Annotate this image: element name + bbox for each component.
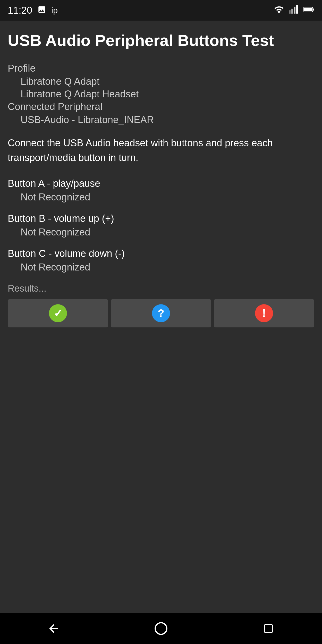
page-title: USB Audio Peripheral Buttons Test [8, 31, 314, 50]
button-c-status: Not Recognized [21, 262, 314, 273]
results-label: Results... [8, 283, 314, 294]
status-bar-right [274, 5, 314, 16]
back-button[interactable] [43, 618, 64, 639]
ip-label: ip [51, 6, 58, 15]
fail-button[interactable]: ! [214, 299, 314, 327]
info-button[interactable]: ? [111, 299, 211, 327]
checkmark-circle-icon: ✓ [49, 304, 67, 322]
button-b-label: Button B - volume up (+) [8, 213, 314, 224]
battery-icon [303, 6, 314, 15]
pass-button[interactable]: ✓ [8, 299, 108, 327]
main-content: USB Audio Peripheral Buttons Test Profil… [0, 21, 322, 613]
status-bar-left: 11:20 ip [8, 5, 58, 16]
signal-icon [289, 5, 298, 16]
button-c-label: Button C - volume down (-) [8, 248, 314, 259]
svg-point-7 [155, 623, 167, 634]
button-a-section: Button A - play/pause Not Recognized [8, 178, 314, 203]
nav-bar [0, 613, 322, 644]
exclamation-circle-icon: ! [255, 304, 273, 322]
button-b-section: Button B - volume up (+) Not Recognized [8, 213, 314, 238]
svg-rect-3 [296, 5, 298, 13]
profile-section: Profile Libratone Q Adapt Libratone Q Ad… [8, 63, 314, 125]
button-b-status: Not Recognized [21, 227, 314, 238]
connected-peripheral-value: USB-Audio - Libratone_INEAR [21, 114, 314, 125]
svg-rect-0 [289, 10, 291, 14]
profile-value-1: Libratone Q Adapt [21, 76, 314, 87]
image-icon [37, 5, 46, 16]
svg-rect-6 [303, 8, 312, 11]
wifi-icon [274, 5, 284, 16]
action-buttons-container: ✓ ? ! [8, 299, 314, 327]
svg-rect-5 [313, 9, 314, 11]
profile-label: Profile [8, 63, 314, 74]
question-symbol: ? [158, 307, 164, 319]
status-time: 11:20 [8, 5, 32, 16]
button-c-section: Button C - volume down (-) Not Recognize… [8, 248, 314, 273]
status-bar: 11:20 ip [0, 0, 322, 21]
button-a-status: Not Recognized [21, 192, 314, 203]
svg-rect-2 [294, 6, 295, 13]
profile-value-2: Libratone Q Adapt Headset [21, 89, 314, 100]
svg-rect-8 [264, 625, 272, 633]
question-circle-icon: ? [152, 304, 170, 322]
connected-peripheral-label: Connected Peripheral [8, 101, 314, 112]
home-button[interactable] [151, 618, 171, 639]
button-a-label: Button A - play/pause [8, 178, 314, 189]
checkmark-symbol: ✓ [54, 307, 63, 320]
recents-button[interactable] [258, 618, 279, 639]
svg-rect-1 [291, 9, 293, 13]
exclamation-symbol: ! [262, 307, 266, 319]
instruction-text: Connect the USB Audio headset with butto… [8, 136, 314, 165]
